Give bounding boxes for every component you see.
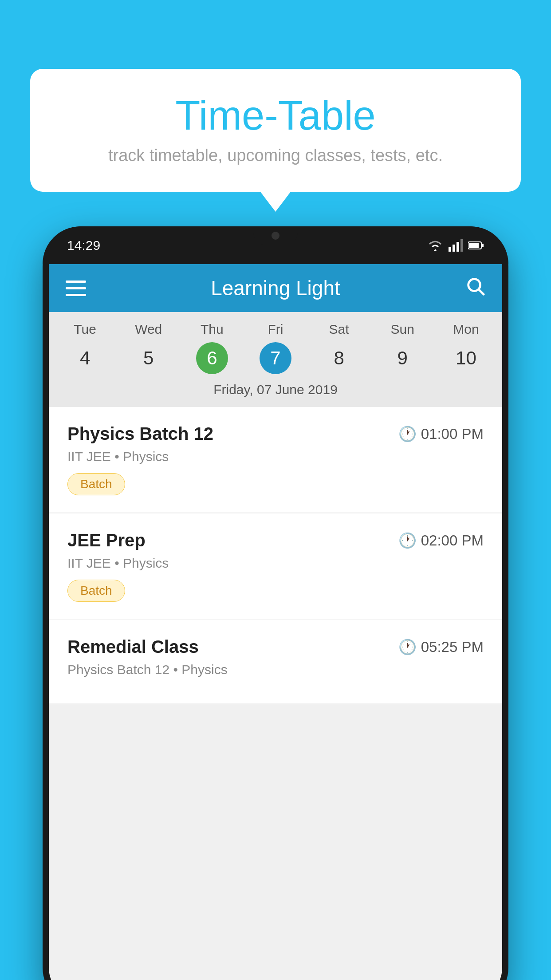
event-time-value: 05:25 PM (421, 639, 484, 656)
signal-icon (449, 239, 463, 252)
calendar-day-8[interactable]: Sat8 (310, 322, 368, 374)
day-name-label: Mon (453, 322, 479, 337)
app-title: Learning Light (211, 276, 340, 300)
phone-top-bar: 14:29 (43, 226, 508, 264)
event-meta: IIT JEE • Physics (67, 556, 484, 571)
day-number: 6 (196, 342, 228, 374)
day-number: 4 (69, 342, 101, 374)
event-time-value: 02:00 PM (421, 532, 484, 549)
phone-screen: Learning Light Tue4Wed5Thu6Fri7Sat8Sun9M… (49, 264, 502, 980)
speech-bubble: Time-Table track timetable, upcoming cla… (30, 69, 521, 192)
calendar-day-4[interactable]: Tue4 (56, 322, 114, 374)
event-name: Remedial Class (67, 637, 199, 657)
clock-icon: 🕐 (398, 425, 417, 443)
status-time: 14:29 (67, 238, 100, 253)
calendar-strip: Tue4Wed5Thu6Fri7Sat8Sun9Mon10 Friday, 07… (49, 312, 502, 407)
event-meta: IIT JEE • Physics (67, 449, 484, 464)
event-time: 🕐05:25 PM (398, 638, 484, 656)
wifi-icon (427, 239, 443, 252)
clock-icon: 🕐 (398, 532, 417, 549)
day-number: 9 (386, 342, 418, 374)
svg-rect-6 (482, 244, 484, 247)
svg-rect-0 (449, 247, 451, 252)
day-number: 10 (450, 342, 482, 374)
notch (253, 226, 298, 245)
menu-line-1 (66, 281, 86, 283)
calendar-day-10[interactable]: Mon10 (437, 322, 495, 374)
day-name-label: Thu (201, 322, 224, 337)
event-time: 🕐01:00 PM (398, 425, 484, 443)
battery-icon (468, 241, 484, 250)
event-name: Physics Batch 12 (67, 424, 213, 444)
event-header: JEE Prep🕐02:00 PM (67, 530, 484, 550)
camera-dot (272, 232, 279, 240)
day-name-label: Sat (329, 322, 349, 337)
menu-line-2 (66, 287, 86, 289)
search-icon (465, 276, 485, 296)
bubble-title: Time-Table (57, 93, 494, 138)
svg-rect-2 (457, 242, 459, 252)
event-card[interactable]: Remedial Class🕐05:25 PMPhysics Batch 12 … (49, 620, 502, 703)
svg-line-8 (479, 289, 484, 294)
event-meta: Physics Batch 12 • Physics (67, 662, 484, 677)
days-row: Tue4Wed5Thu6Fri7Sat8Sun9Mon10 (49, 322, 502, 374)
search-button[interactable] (465, 276, 485, 301)
bubble-subtitle: track timetable, upcoming classes, tests… (57, 146, 494, 165)
day-number: 5 (133, 342, 165, 374)
day-name-label: Sun (391, 322, 414, 337)
svg-rect-3 (460, 239, 463, 252)
hamburger-menu-button[interactable] (66, 281, 86, 296)
calendar-day-9[interactable]: Sun9 (374, 322, 431, 374)
batch-tag: Batch (67, 473, 125, 495)
event-card[interactable]: JEE Prep🕐02:00 PMIIT JEE • PhysicsBatch (49, 514, 502, 619)
day-number: 7 (260, 342, 291, 374)
speech-bubble-container: Time-Table track timetable, upcoming cla… (30, 69, 521, 192)
event-name: JEE Prep (67, 530, 146, 550)
status-icons (427, 239, 484, 252)
batch-tag: Batch (67, 580, 125, 602)
events-list: Physics Batch 12🕐01:00 PMIIT JEE • Physi… (49, 407, 502, 704)
phone-wrapper: 14:29 (43, 226, 508, 980)
event-header: Remedial Class🕐05:25 PM (67, 637, 484, 657)
svg-rect-5 (469, 243, 479, 248)
clock-icon: 🕐 (398, 638, 417, 656)
app-bar: Learning Light (49, 264, 502, 312)
phone-frame: 14:29 (43, 226, 508, 980)
selected-date-label: Friday, 07 June 2019 (49, 374, 502, 407)
event-time-value: 01:00 PM (421, 426, 484, 443)
day-name-label: Wed (135, 322, 162, 337)
day-name-label: Fri (268, 322, 283, 337)
event-card[interactable]: Physics Batch 12🕐01:00 PMIIT JEE • Physi… (49, 407, 502, 512)
menu-line-3 (66, 294, 86, 296)
event-header: Physics Batch 12🕐01:00 PM (67, 424, 484, 444)
calendar-day-5[interactable]: Wed5 (120, 322, 177, 374)
calendar-day-7[interactable]: Fri7 (247, 322, 304, 374)
svg-rect-1 (453, 245, 455, 252)
calendar-day-6[interactable]: Thu6 (183, 322, 241, 374)
day-number: 8 (323, 342, 355, 374)
event-time: 🕐02:00 PM (398, 532, 484, 549)
day-name-label: Tue (74, 322, 96, 337)
